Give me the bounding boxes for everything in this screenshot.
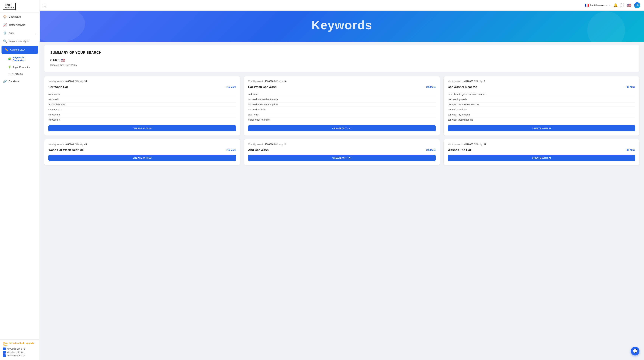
list-item: car wash website [248, 107, 436, 112]
date-value: 10/01/2025 [64, 64, 77, 67]
create-with-ai-button[interactable]: CREATE WITH AI [448, 155, 635, 161]
list-item: car wash castleton [448, 107, 635, 112]
domain-chevron-icon: ▾ [609, 4, 610, 7]
search-term-text: CARS [50, 59, 60, 62]
card-title: And Car Wash [248, 148, 269, 152]
keyword-card: Monthly search: 4090000 Difficulty: 34Ca… [44, 76, 240, 136]
card-more-link[interactable]: +15 More [626, 149, 635, 151]
nav-item-audit[interactable]: 🛡️ Audit › [0, 29, 40, 37]
create-with-ai-button[interactable]: CREATE WITH AI [248, 125, 436, 131]
sidebar: HACK THE SEO! 🏠 Dashboard 📈 Traffic Anal… [0, 0, 40, 360]
articles-left-icon [3, 354, 6, 357]
articles-left-row: Articles Left 820 / 1 [3, 354, 36, 357]
nav-item-dashboard[interactable]: 🏠 Dashboard [0, 13, 40, 21]
list-item: automobile wash [48, 102, 236, 107]
logo[interactable]: HACK THE SEO! [0, 0, 40, 13]
list-item: car wash car washes near me [448, 102, 635, 107]
keyword-list: best place to get a car wash near m...ca… [448, 92, 635, 122]
card-title-row: And Car Wash+15 More [248, 148, 436, 152]
create-with-ai-button[interactable]: CREATE WITH AI [48, 125, 236, 131]
header-icons: 🔔 ⛶ 🇺🇸 HS [613, 2, 640, 8]
nav-label-backlinks: Backlinks [9, 80, 36, 83]
hero-banner: Keywords [40, 11, 644, 42]
list-item: car wash a [48, 112, 236, 117]
sidebar-item-topic-generator[interactable]: ✳️ Topic Generator [0, 64, 40, 70]
keyword-list: ca4 washcar wash car wash car washcar wa… [248, 92, 436, 122]
puzzle-icon: 🧩 [8, 57, 11, 60]
card-title: Wash Car Wash Near Me [48, 148, 84, 152]
list-item: car wash car wash car wash [248, 97, 436, 102]
sidebar-item-keywords-generator[interactable]: 🧩 Keywords Generator [0, 54, 40, 64]
cards-grid-row1: Monthly search: 4090000 Difficulty: 34Ca… [44, 76, 640, 136]
list-item: a car wash [48, 92, 236, 97]
language-icon[interactable]: 🇺🇸 [627, 3, 631, 8]
avatar[interactable]: HS [634, 2, 640, 8]
nav-label-traffic: Traffic Analysis [9, 24, 36, 26]
created-date: Created the: 10/01/2025 [50, 64, 634, 67]
content-area: Keywords SUMMARY OF YOUR SEARCH CARS 🇺🇸 … [40, 11, 644, 360]
card-title-row: Car Wash Car+15 More [48, 85, 236, 89]
keyword-card: Monthly search: 4090000 Difficulty: 2Car… [444, 76, 640, 136]
create-with-ai-button[interactable]: CREATE WITH AI [448, 125, 635, 131]
nav-item-backlinks[interactable]: 🔗 Backlinks [0, 77, 40, 85]
sidebar-footer: Plan: Not subscribed - Upgrade Now Keywo… [0, 339, 40, 360]
home-icon: 🏠 [3, 15, 7, 19]
domain-selector[interactable]: 🇫🇷 hacktheseo.com ▾ [585, 3, 610, 8]
list-item: car cleaning deals [448, 97, 635, 102]
chevron-down-icon: ⌄ [33, 49, 35, 51]
sub-label-keywords-generator: Keywords Generator [13, 56, 36, 62]
keywords-left-row: Keywords Left 0 / 1 [3, 347, 36, 350]
content-seo-icon: ✏️ [4, 48, 8, 52]
nav-item-keywords-analysis[interactable]: 🔍 Keywords Analysis [0, 37, 40, 45]
list-item: car wash my location [448, 112, 635, 117]
websites-left-icon [3, 351, 6, 353]
keyword-card: Monthly search: 4090000 Difficulty: 19Wa… [444, 139, 640, 165]
nav-label-audit: Audit [9, 32, 34, 35]
card-title: Car Wash Car Wash [248, 85, 276, 89]
cards-grid-row2: Monthly search: 4090000 Difficulty: 40Wa… [44, 139, 640, 165]
keywords-icon: 🔍 [3, 39, 7, 43]
audit-icon: 🛡️ [3, 31, 7, 35]
bell-icon[interactable]: 🔔 [613, 3, 618, 8]
us-flag-icon: 🇺🇸 [61, 59, 65, 62]
card-more-link[interactable]: +15 More [426, 149, 436, 151]
summary-title: SUMMARY OF YOUR SEARCH [50, 51, 634, 55]
inner-content: SUMMARY OF YOUR SEARCH CARS 🇺🇸 Created t… [40, 42, 644, 173]
card-meta: Monthly search: 4090000 Difficulty: 40 [48, 143, 236, 146]
keyword-card: Monthly search: 4090000 Difficulty: 46Ca… [244, 76, 440, 136]
create-with-ai-button[interactable]: CREATE WITH AI [48, 155, 236, 161]
card-more-link[interactable]: +15 More [226, 149, 236, 151]
list-item: car wash today near me [448, 117, 635, 122]
backlinks-icon: 🔗 [3, 80, 7, 83]
card-more-link[interactable]: +15 More [426, 86, 436, 88]
chat-bubble[interactable]: 💬 [631, 347, 640, 355]
chevron-right-icon: › [36, 32, 36, 34]
main-content: ☰ 🇫🇷 hacktheseo.com ▾ 🔔 ⛶ 🇺🇸 HS Keywords… [40, 0, 644, 360]
fullscreen-icon[interactable]: ⛶ [620, 3, 624, 7]
sidebar-item-ai-articles[interactable]: ✛ AI Articles [0, 70, 40, 77]
card-meta: Monthly search: 4090000 Difficulty: 2 [448, 80, 635, 83]
websites-left-row: Websites Left 6 / 1 [3, 351, 36, 353]
keywords-left-icon [3, 347, 6, 350]
header: ☰ 🇫🇷 hacktheseo.com ▾ 🔔 ⛶ 🇺🇸 HS [40, 0, 644, 11]
card-more-link[interactable]: +15 More [626, 86, 635, 88]
articles-left-value: 820 / 1 [19, 354, 25, 357]
list-item: ca4 wash [248, 92, 436, 97]
list-item: car carwash [48, 107, 236, 112]
card-more-link[interactable]: +15 More [226, 86, 236, 88]
card-title-row: Car Wash Car Wash+15 More [248, 85, 436, 89]
keywords-left-value: 0 / 1 [21, 348, 25, 350]
card-meta: Monthly search: 4090000 Difficulty: 34 [48, 80, 236, 83]
search-term: CARS 🇺🇸 [50, 59, 634, 62]
nav-label-content-seo: Content SEO [10, 48, 32, 51]
logo-line2: THE SEO! [5, 7, 14, 9]
france-flag-icon: 🇫🇷 [585, 3, 589, 8]
create-with-ai-button[interactable]: CREATE WITH AI [248, 155, 436, 161]
card-title: Car Washer Near Me [448, 85, 477, 89]
card-meta: Monthly search: 4090000 Difficulty: 19 [448, 143, 635, 146]
chart-icon: 📈 [3, 23, 7, 27]
nav-item-content-seo[interactable]: ✏️ Content SEO ⌄ [2, 46, 38, 54]
nav-item-traffic[interactable]: 📈 Traffic Analysis [0, 21, 40, 29]
websites-left-value: 6 / 1 [20, 351, 24, 353]
hamburger-icon[interactable]: ☰ [44, 3, 46, 8]
